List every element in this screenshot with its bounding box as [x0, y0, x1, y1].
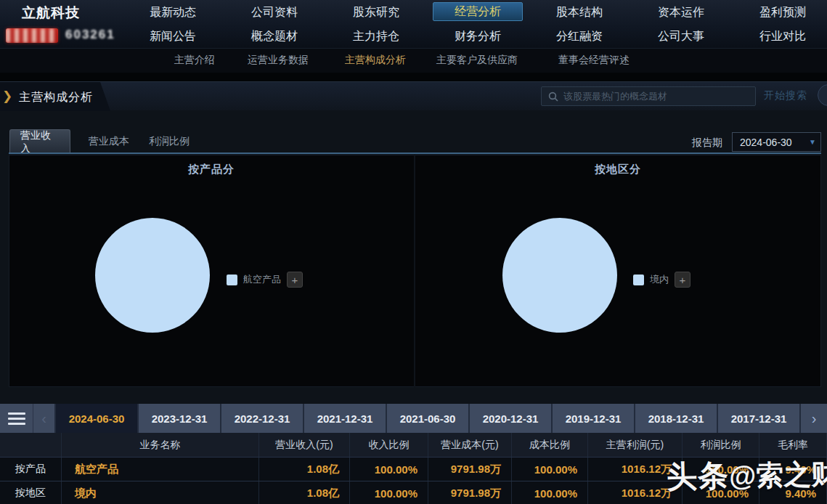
- company-name: 立航科技: [22, 4, 80, 23]
- cell-business-name: 境内: [62, 481, 259, 504]
- legend-swatch: [227, 275, 237, 285]
- header-profit-pct: 利润比例: [683, 433, 759, 457]
- stock-tag-badge: [6, 28, 58, 43]
- subnav-item-main-intro[interactable]: 主营介绍: [174, 54, 215, 67]
- cell-business-name: 航空产品: [62, 458, 259, 481]
- cell-cost-pct: 100.00%: [512, 458, 588, 481]
- left-chart-title: 按产品分: [102, 163, 320, 176]
- header-cost: 营业成本(元): [428, 433, 512, 457]
- subnav-item-operating-data[interactable]: 运营业务数据: [248, 54, 309, 67]
- legend-label: 航空产品: [243, 273, 281, 286]
- date-tab[interactable]: 2021-06-30: [386, 404, 468, 433]
- nav-item-business-analysis[interactable]: 经营分析: [433, 2, 523, 21]
- legend-by-region: 境内 +: [633, 272, 690, 288]
- tab-operating-revenue[interactable]: 营业收入: [9, 129, 70, 154]
- date-tab[interactable]: 2021-12-31: [303, 404, 386, 433]
- date-tab[interactable]: 2019-12-31: [551, 404, 634, 433]
- header-profit: 主营利润(元): [588, 433, 683, 457]
- nav-item-company-events[interactable]: 公司大事: [636, 27, 726, 46]
- legend-add-button[interactable]: +: [287, 272, 303, 288]
- subnav-item-main-composition[interactable]: 主营构成分析: [345, 54, 406, 67]
- header-cost-pct: 成本比例: [512, 433, 588, 457]
- date-tab[interactable]: 2023-12-31: [137, 404, 220, 433]
- date-tab[interactable]: 2024-06-30: [54, 404, 137, 433]
- search-input[interactable]: [563, 91, 755, 102]
- chevron-down-icon: ▼: [804, 138, 820, 146]
- nav-item-latest-news[interactable]: 最新动态: [128, 3, 218, 22]
- row-group-label: 按产品: [0, 458, 62, 481]
- subnav-item-board-review[interactable]: 董事会经营评述: [558, 54, 630, 67]
- nav-item-main-positions[interactable]: 主力持仓: [331, 27, 421, 46]
- cell-revenue: 1.08亿: [259, 458, 350, 481]
- breadcrumb-chevron-icon: ❯: [2, 89, 12, 104]
- page-title: 主营构成分析: [19, 90, 93, 105]
- legend-swatch: [633, 275, 644, 285]
- watermark-handle: @索之财: [728, 458, 827, 492]
- pie-chart-by-region[interactable]: [502, 218, 617, 333]
- cell-cost: 9791.98万: [428, 458, 512, 481]
- date-tab[interactable]: 2022-12-31: [220, 404, 303, 433]
- nav-item-announcements[interactable]: 新闻公告: [128, 27, 218, 46]
- separator-strip: [0, 73, 827, 81]
- search-icon: [548, 92, 558, 102]
- header-group-blank: [0, 433, 62, 457]
- nav-item-capital-operation[interactable]: 资本运作: [636, 3, 726, 22]
- scroll-left-chevron-icon[interactable]: ‹: [33, 404, 54, 433]
- concept-search-box: [541, 86, 756, 106]
- top-nav: 立航科技 603261 最新动态 公司资料 股东研究 经营分析 股本结构 资本运…: [0, 0, 827, 48]
- report-period-label: 报告期: [692, 137, 722, 150]
- row-group-label: 按地区: [0, 481, 62, 504]
- legend-label: 境内: [650, 273, 669, 286]
- report-period-select[interactable]: 2024-06-30 ▼: [732, 132, 821, 152]
- tab-operating-cost[interactable]: 营业成本: [78, 129, 139, 154]
- cell-cost: 9791.98万: [428, 481, 512, 504]
- cell-cost-pct: 100.00%: [512, 481, 588, 504]
- date-tab[interactable]: 2018-12-31: [634, 404, 717, 433]
- nav-item-financial-analysis[interactable]: 财务分析: [433, 27, 523, 46]
- scroll-right-chevron-icon[interactable]: ›: [799, 404, 827, 433]
- header-business-name: 业务名称: [62, 433, 259, 457]
- legend-by-product: 航空产品 +: [227, 272, 303, 288]
- date-tab[interactable]: 2017-12-31: [717, 404, 799, 433]
- nav-item-industry-comparison[interactable]: 行业对比: [738, 27, 827, 46]
- header-revenue: 营业收入(元): [259, 433, 350, 457]
- date-tab[interactable]: 2020-12-31: [468, 404, 551, 433]
- menu-hamburger-icon[interactable]: [0, 404, 33, 433]
- tabs-underline: [9, 153, 821, 154]
- nav-item-shareholder-research[interactable]: 股东研究: [331, 3, 421, 22]
- table-header-row: 业务名称 营业收入(元) 收入比例 营业成本(元) 成本比例 主营利润(元) 利…: [0, 433, 827, 458]
- pie-chart-by-product[interactable]: [95, 218, 210, 333]
- cell-revenue-pct: 100.00%: [350, 481, 428, 504]
- right-chart-title: 按地区分: [509, 163, 727, 176]
- nav-item-concept-themes[interactable]: 概念题材: [229, 27, 319, 46]
- nav-item-dividend-financing[interactable]: 分红融资: [534, 27, 624, 46]
- censored-badge-content: [6, 28, 58, 43]
- header-revenue-pct: 收入比例: [350, 433, 428, 457]
- sub-nav: 主营介绍 运营业务数据 主营构成分析 主要客户及供应商 董事会经营评述: [0, 48, 827, 73]
- cell-revenue-pct: 100.00%: [350, 458, 428, 481]
- cell-revenue: 1.08亿: [259, 481, 350, 504]
- chart-divider: [414, 155, 415, 387]
- nav-item-company-info[interactable]: 公司资料: [229, 3, 319, 22]
- search-submit-button[interactable]: 开始搜索: [764, 89, 807, 102]
- subnav-item-customers-suppliers[interactable]: 主要客户及供应商: [436, 54, 518, 67]
- date-tab-strip: ‹ 2024-06-30 2023-12-31 2022-12-31 2021-…: [0, 404, 827, 433]
- nav-item-profit-forecast[interactable]: 盈利预测: [738, 3, 827, 22]
- stock-code: 603261: [65, 28, 115, 42]
- nav-item-equity-structure[interactable]: 股本结构: [534, 3, 624, 22]
- watermark: 头条@索之财: [666, 452, 827, 497]
- tab-profit-ratio[interactable]: 利润比例: [139, 129, 200, 154]
- legend-add-button[interactable]: +: [675, 272, 690, 288]
- report-period-value: 2024-06-30: [733, 137, 804, 148]
- watermark-brand: 头条: [666, 458, 729, 494]
